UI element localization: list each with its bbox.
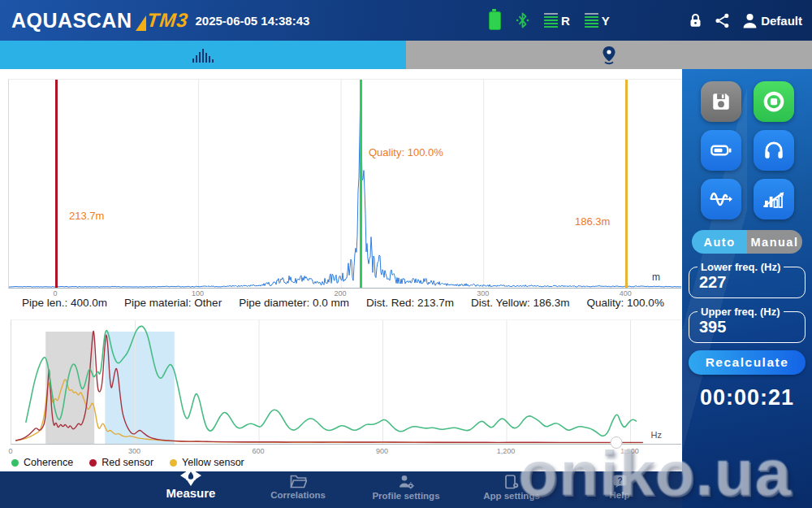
help-bubble-icon: ? xyxy=(613,475,627,488)
x-tick-label: 900 xyxy=(366,447,399,455)
pipe-info-item: Pipe len.: 400.0m xyxy=(22,297,107,309)
red-channel-label: R xyxy=(561,14,570,28)
tab-bar xyxy=(0,41,812,69)
x-unit-label: Hz xyxy=(651,430,662,440)
correlation-plot xyxy=(9,80,681,288)
save-button[interactable] xyxy=(701,81,741,122)
header-actions: Default xyxy=(689,0,802,41)
profile-label: Default xyxy=(761,14,802,28)
app-name: AQUASCAN xyxy=(11,9,132,33)
nav-help[interactable]: ? Help xyxy=(567,475,672,500)
pipe-info-item: Pipe material: Other xyxy=(124,297,222,309)
stop-button[interactable] xyxy=(754,81,794,122)
battery-icon xyxy=(710,139,732,162)
nav-profile-settings[interactable]: Profile settings xyxy=(353,475,459,501)
nav-label: Correlations xyxy=(270,490,326,500)
aquascan-app: AQUASCAN TM3 2025-06-05 14:38:43 R Y xyxy=(0,0,812,508)
status-indicators: R Y xyxy=(489,0,610,41)
tab-measurement[interactable] xyxy=(0,41,406,69)
pipe-info-item: Quality: 100.0% xyxy=(587,297,664,309)
droplet-target-icon xyxy=(179,465,202,486)
x-tick-label: 0 xyxy=(0,447,27,455)
nav-measure[interactable]: Measure xyxy=(138,471,244,500)
measurement-panel: 213.7m Quality: 100.0% 186.3m m 01002003… xyxy=(0,69,682,471)
histogram-icon xyxy=(192,48,214,63)
auto-mode-button[interactable]: Auto xyxy=(692,230,747,254)
coherence-plot xyxy=(11,320,681,444)
lower-freq-label: Lower freq. (Hz) xyxy=(698,261,784,273)
logo-wedge-icon xyxy=(136,15,146,31)
stop-icon xyxy=(762,89,786,114)
filter-band[interactable] xyxy=(105,332,174,444)
waveform-icon xyxy=(709,187,733,211)
floppy-icon xyxy=(710,91,732,112)
nav-label: App settings xyxy=(483,491,540,501)
folder-icon xyxy=(290,475,307,488)
pipe-info-bar: Pipe len.: 400.0mPipe material: OtherPip… xyxy=(22,297,664,309)
recalculate-button[interactable]: Recalculate xyxy=(689,350,806,375)
bottom-nav: Measure Correlations Profile settings xyxy=(0,471,682,508)
nav-app-settings[interactable]: App settings xyxy=(459,475,564,501)
user-gear-icon xyxy=(398,475,414,489)
battery-icon xyxy=(489,11,501,30)
x-tick-label: 300 xyxy=(119,447,151,455)
app-model: TM3 xyxy=(146,9,190,32)
map-pin-icon xyxy=(601,46,617,65)
legend-label: Red sensor xyxy=(102,457,153,468)
x-unit-label: m xyxy=(652,271,660,283)
legend-dot-icon xyxy=(11,459,19,467)
headphones-button[interactable] xyxy=(754,130,794,171)
filter-wave-button[interactable] xyxy=(701,179,741,219)
upper-freq-field: Upper freq. (Hz) 395 xyxy=(689,306,806,343)
lock-icon[interactable] xyxy=(689,12,702,28)
tab-map[interactable] xyxy=(406,41,812,69)
legend-item: Red sensor xyxy=(89,457,153,468)
lower-freq-input[interactable]: 227 xyxy=(699,273,805,292)
nav-label: Measure xyxy=(166,486,216,500)
signal-bars-icon xyxy=(544,13,558,28)
x-tick-label: 1,500 xyxy=(614,447,646,455)
headphones-icon xyxy=(762,139,785,162)
manual-mode-button[interactable]: Manual xyxy=(747,230,802,254)
legend-label: Coherence xyxy=(24,457,73,468)
legend-dot-icon xyxy=(89,459,97,467)
filter-mode-toggle: Auto Manual xyxy=(692,230,802,254)
red-sensor-marker[interactable] xyxy=(55,80,58,288)
profile-button[interactable]: Default xyxy=(742,13,802,28)
header-bar: AQUASCAN TM3 2025-06-05 14:38:43 R Y xyxy=(0,0,812,41)
svg-text:?: ? xyxy=(617,476,622,485)
bluetooth-icon xyxy=(516,11,529,29)
x-tick-label: 600 xyxy=(242,447,274,455)
legend-dot-icon xyxy=(170,459,177,467)
chart-legend: CoherenceRed sensorYellow sensor xyxy=(11,457,244,468)
red-distance-label: 213.7m xyxy=(69,210,104,222)
coherence-x-ticks: 03006009001,2001,500 xyxy=(11,447,680,457)
correlation-trace xyxy=(9,83,681,288)
yellow-distance-label: 186.3m xyxy=(575,215,610,228)
leak-position-marker xyxy=(360,80,362,288)
tool-buttons xyxy=(682,69,812,219)
correlation-chart[interactable]: 213.7m Quality: 100.0% 186.3m m xyxy=(8,79,681,289)
pipe-info-item: Pipe diameter: 0.0 mm xyxy=(239,297,349,309)
yellow-sensor-marker[interactable] xyxy=(625,80,628,288)
upper-freq-input[interactable]: 395 xyxy=(699,318,805,336)
pipe-info-item: Dist. Red: 213.7m xyxy=(366,297,454,309)
legend-item: Coherence xyxy=(11,457,73,468)
bars-arrow-icon xyxy=(762,187,786,211)
highlight-band xyxy=(45,332,94,444)
nav-correlations[interactable]: Correlations xyxy=(245,475,351,500)
yellow-channel-signal: Y xyxy=(585,13,610,28)
red-channel-signal: R xyxy=(544,13,570,28)
share-icon[interactable] xyxy=(715,13,730,28)
datetime: 2025-06-05 14:38:43 xyxy=(195,14,309,28)
user-icon xyxy=(742,13,758,28)
spectrum-button[interactable] xyxy=(754,179,794,219)
lower-freq-field: Lower freq. (Hz) 227 xyxy=(689,261,806,298)
control-sidebar: Auto Manual Lower freq. (Hz) 227 Upper f… xyxy=(682,69,812,508)
coherence-chart[interactable]: Hz xyxy=(11,319,681,445)
app-logo: AQUASCAN TM3 2025-06-05 14:38:43 xyxy=(11,0,309,41)
nav-label: Help xyxy=(610,490,630,500)
upper-freq-label: Upper freq. (Hz) xyxy=(698,306,784,318)
battery-button[interactable] xyxy=(701,130,741,171)
pipe-info-item: Dist. Yellow: 186.3m xyxy=(471,297,570,309)
